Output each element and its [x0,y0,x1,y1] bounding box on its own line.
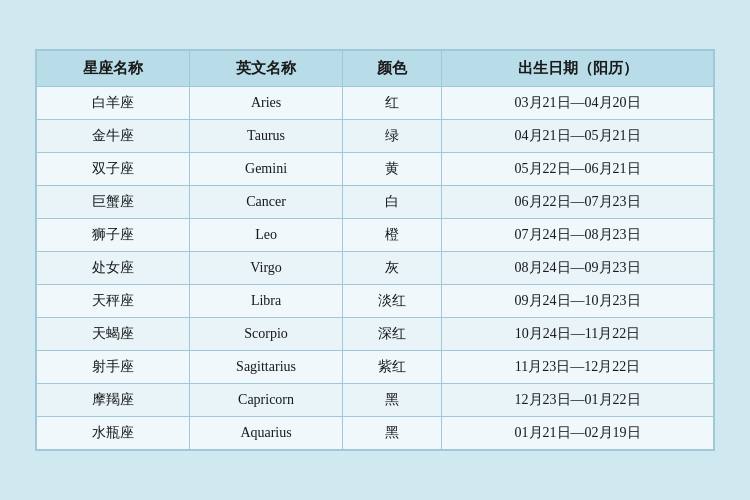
table-body: 白羊座Aries红03月21日—04月20日金牛座Taurus绿04月21日—0… [37,87,714,450]
cell-color: 深红 [343,318,442,351]
table-row: 摩羯座Capricorn黑12月23日—01月22日 [37,384,714,417]
cell-chinese: 天秤座 [37,285,190,318]
cell-color: 黄 [343,153,442,186]
cell-english: Leo [190,219,343,252]
cell-dates: 09月24日—10月23日 [442,285,714,318]
table-row: 巨蟹座Cancer白06月22日—07月23日 [37,186,714,219]
cell-dates: 08月24日—09月23日 [442,252,714,285]
table-row: 狮子座Leo橙07月24日—08月23日 [37,219,714,252]
cell-english: Virgo [190,252,343,285]
cell-color: 淡红 [343,285,442,318]
cell-dates: 01月21日—02月19日 [442,417,714,450]
cell-chinese: 处女座 [37,252,190,285]
cell-color: 绿 [343,120,442,153]
cell-dates: 07月24日—08月23日 [442,219,714,252]
table-row: 白羊座Aries红03月21日—04月20日 [37,87,714,120]
cell-english: Libra [190,285,343,318]
cell-color: 灰 [343,252,442,285]
cell-chinese: 金牛座 [37,120,190,153]
cell-chinese: 射手座 [37,351,190,384]
col-header-english: 英文名称 [190,51,343,87]
col-header-dates: 出生日期（阳历） [442,51,714,87]
cell-chinese: 天蝎座 [37,318,190,351]
cell-dates: 12月23日—01月22日 [442,384,714,417]
cell-dates: 04月21日—05月21日 [442,120,714,153]
cell-english: Capricorn [190,384,343,417]
cell-color: 黑 [343,417,442,450]
cell-chinese: 摩羯座 [37,384,190,417]
cell-color: 紫红 [343,351,442,384]
table-row: 天秤座Libra淡红09月24日—10月23日 [37,285,714,318]
cell-dates: 11月23日—12月22日 [442,351,714,384]
cell-chinese: 双子座 [37,153,190,186]
cell-english: Scorpio [190,318,343,351]
col-header-color: 颜色 [343,51,442,87]
col-header-chinese: 星座名称 [37,51,190,87]
cell-dates: 06月22日—07月23日 [442,186,714,219]
cell-color: 橙 [343,219,442,252]
table-header-row: 星座名称 英文名称 颜色 出生日期（阳历） [37,51,714,87]
table-row: 水瓶座Aquarius黑01月21日—02月19日 [37,417,714,450]
table-row: 射手座Sagittarius紫红11月23日—12月22日 [37,351,714,384]
zodiac-table: 星座名称 英文名称 颜色 出生日期（阳历） 白羊座Aries红03月21日—04… [36,50,714,450]
cell-color: 黑 [343,384,442,417]
cell-color: 白 [343,186,442,219]
table-row: 处女座Virgo灰08月24日—09月23日 [37,252,714,285]
cell-english: Cancer [190,186,343,219]
table-row: 天蝎座Scorpio深红10月24日—11月22日 [37,318,714,351]
cell-dates: 05月22日—06月21日 [442,153,714,186]
cell-english: Gemini [190,153,343,186]
cell-dates: 10月24日—11月22日 [442,318,714,351]
table-row: 金牛座Taurus绿04月21日—05月21日 [37,120,714,153]
cell-english: Taurus [190,120,343,153]
cell-english: Aries [190,87,343,120]
cell-chinese: 狮子座 [37,219,190,252]
cell-english: Sagittarius [190,351,343,384]
cell-dates: 03月21日—04月20日 [442,87,714,120]
zodiac-table-container: 星座名称 英文名称 颜色 出生日期（阳历） 白羊座Aries红03月21日—04… [35,49,715,451]
cell-english: Aquarius [190,417,343,450]
cell-color: 红 [343,87,442,120]
cell-chinese: 水瓶座 [37,417,190,450]
cell-chinese: 白羊座 [37,87,190,120]
table-row: 双子座Gemini黄05月22日—06月21日 [37,153,714,186]
cell-chinese: 巨蟹座 [37,186,190,219]
